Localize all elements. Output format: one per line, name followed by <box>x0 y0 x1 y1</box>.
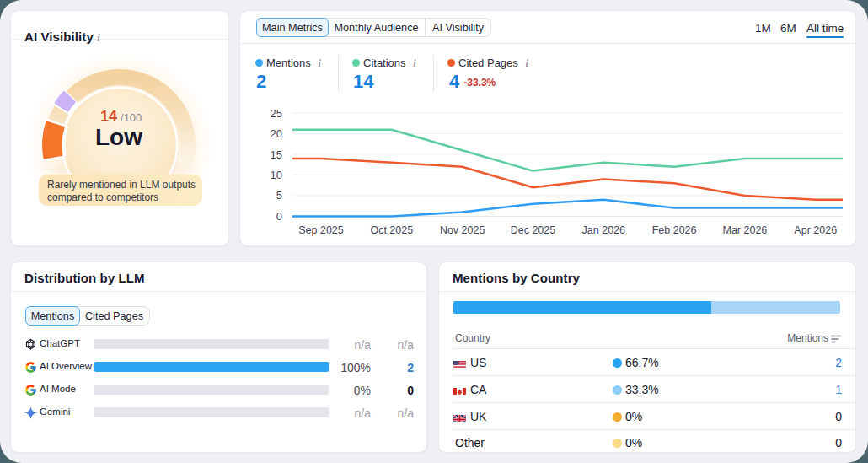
svg-text:Nov 2025: Nov 2025 <box>440 224 485 236</box>
svg-text:Apr 2026: Apr 2026 <box>794 224 837 236</box>
svg-text:0: 0 <box>276 210 282 223</box>
svg-text:25: 25 <box>271 107 282 120</box>
svg-text:Sep 2025: Sep 2025 <box>298 224 344 236</box>
svg-text:Jan 2026: Jan 2026 <box>582 224 625 236</box>
svg-text:20: 20 <box>271 127 282 140</box>
svg-text:10: 10 <box>271 169 282 181</box>
svg-text:Oct 2025: Oct 2025 <box>370 224 413 236</box>
svg-text:5: 5 <box>276 189 282 202</box>
svg-text:Mar 2026: Mar 2026 <box>723 224 768 236</box>
svg-text:Dec 2025: Dec 2025 <box>511 224 556 236</box>
svg-text:Feb 2026: Feb 2026 <box>652 224 697 236</box>
svg-text:15: 15 <box>271 148 282 161</box>
